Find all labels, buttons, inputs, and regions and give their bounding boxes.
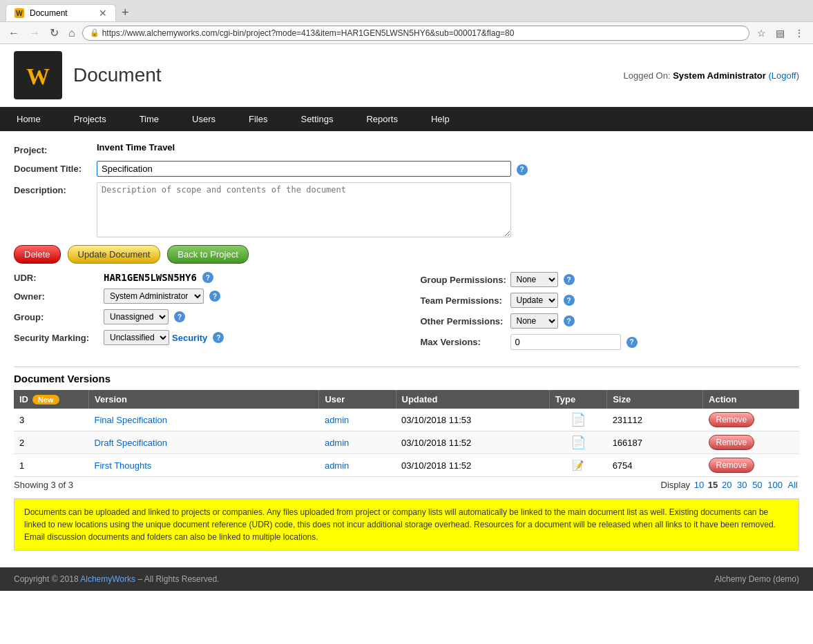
owner-help-icon[interactable]: ? xyxy=(209,291,220,302)
cell-id: 2 xyxy=(14,431,89,454)
cell-action: Remove xyxy=(703,454,799,477)
forward-button[interactable]: → xyxy=(26,26,43,41)
nav-reports[interactable]: Reports xyxy=(350,107,414,131)
version-link[interactable]: First Thoughts xyxy=(95,460,152,471)
max-versions-label: Max Versions: xyxy=(421,337,510,347)
user-link[interactable]: admin xyxy=(325,415,349,425)
tab-title: Document xyxy=(30,8,68,18)
display-10[interactable]: 10 xyxy=(694,480,704,490)
user-link[interactable]: admin xyxy=(325,438,349,448)
display-20[interactable]: 20 xyxy=(722,480,731,490)
lock-icon: 🔒 xyxy=(90,28,99,37)
cell-user: admin xyxy=(319,409,396,431)
max-versions-help-icon[interactable]: ? xyxy=(627,337,638,348)
cell-version: Final Specification xyxy=(89,409,319,431)
version-link[interactable]: Final Specification xyxy=(95,415,168,425)
logged-on-label: Logged On: xyxy=(624,70,671,81)
version-link[interactable]: Draft Specification xyxy=(95,438,168,448)
address-bar[interactable]: 🔒 https://www.alchemyworks.com/cgi-bin/p… xyxy=(82,26,749,41)
col-user: User xyxy=(319,390,396,409)
security-help-icon[interactable]: ? xyxy=(213,332,224,343)
nav-projects[interactable]: Projects xyxy=(57,107,123,131)
tab-favicon: W xyxy=(15,8,24,18)
logoff-link[interactable]: (Logoff) xyxy=(768,70,799,81)
other-permissions-row: Other Permissions: None Read Update Dele… xyxy=(421,313,800,329)
footer-left: Copyright © 2018 AlchemyWorks – All Righ… xyxy=(14,574,219,584)
nav-users[interactable]: Users xyxy=(175,107,232,131)
table-row: 1 First Thoughts admin 03/10/2018 11:52 … xyxy=(14,454,799,477)
action-buttons: Delete Update Document Back to Project xyxy=(14,245,799,264)
home-button[interactable]: ⌂ xyxy=(66,26,78,41)
nav-time[interactable]: Time xyxy=(123,107,175,131)
udr-help-icon[interactable]: ? xyxy=(202,272,213,283)
txt-icon: 📝 xyxy=(572,460,584,471)
cell-action: Remove xyxy=(703,431,799,454)
team-permissions-help-icon[interactable]: ? xyxy=(564,295,575,306)
document-title-row: Document Title: ? xyxy=(14,161,799,177)
team-permissions-row: Team Permissions: None Read Update Delet… xyxy=(421,293,800,308)
bookmark-icon[interactable]: ☆ xyxy=(754,26,769,40)
refresh-button[interactable]: ↻ xyxy=(47,25,61,41)
remove-button[interactable]: Remove xyxy=(709,412,755,427)
app-logo: W xyxy=(14,51,62,99)
document-title-label: Document Title: xyxy=(14,161,97,174)
nav-files[interactable]: Files xyxy=(232,107,284,131)
browser-menu-icon[interactable]: ⋮ xyxy=(791,26,807,40)
description-row: Description: xyxy=(14,182,799,240)
col-updated: Updated xyxy=(396,390,549,409)
main-content: Project: Invent Time Travel Document Tit… xyxy=(0,131,813,562)
table-row: 3 Final Specification admin 03/10/2018 1… xyxy=(14,409,799,431)
other-permissions-select[interactable]: None Read Update Delete xyxy=(510,313,558,329)
owner-select[interactable]: System Administrator xyxy=(104,289,204,304)
project-value: Invent Time Travel xyxy=(97,142,799,153)
display-30[interactable]: 30 xyxy=(737,480,747,490)
group-value-container: Unassigned ? xyxy=(104,309,185,324)
cell-updated: 03/10/2018 11:53 xyxy=(396,409,549,431)
display-100[interactable]: 100 xyxy=(767,480,783,490)
document-title-help-icon[interactable]: ? xyxy=(517,164,528,175)
update-button[interactable]: Update Document xyxy=(68,245,161,264)
rights: – All Rights Reserved. xyxy=(137,574,219,584)
nav-help[interactable]: Help xyxy=(414,107,466,131)
document-title-value-container: ? xyxy=(97,161,799,177)
showing-row: Showing 3 of 3 Display 10 15 20 30 50 10… xyxy=(14,477,799,493)
cell-user: admin xyxy=(319,454,396,477)
group-select[interactable]: Unassigned xyxy=(104,309,169,324)
other-permissions-label: Other Permissions: xyxy=(421,316,510,326)
delete-button[interactable]: Delete xyxy=(14,245,61,264)
document-title-input[interactable] xyxy=(97,161,511,177)
company-link[interactable]: AlchemyWorks xyxy=(80,574,135,584)
group-permissions-select[interactable]: None Read Update Delete xyxy=(510,272,558,287)
security-link[interactable]: Security xyxy=(172,333,207,343)
description-textarea[interactable] xyxy=(97,182,511,237)
cell-user: admin xyxy=(319,431,396,454)
team-permissions-value-container: None Read Update Delete ? xyxy=(510,293,575,308)
browser-toolbar: ← → ↻ ⌂ 🔒 https://www.alchemyworks.com/c… xyxy=(0,22,813,44)
col-version: Version xyxy=(89,390,319,409)
cell-type: 📄 xyxy=(549,431,606,454)
description-value-container xyxy=(97,182,799,240)
extensions-icon[interactable]: ▤ xyxy=(772,26,788,40)
display-all[interactable]: All xyxy=(788,480,798,490)
display-50[interactable]: 50 xyxy=(752,480,762,490)
user-link[interactable]: admin xyxy=(325,460,349,471)
group-permissions-help-icon[interactable]: ? xyxy=(564,274,575,285)
security-marking-select[interactable]: Unclassified xyxy=(104,330,169,345)
back-button[interactable]: ← xyxy=(6,26,22,41)
back-to-project-button[interactable]: Back to Project xyxy=(167,245,248,264)
tab-close-button[interactable]: ✕ xyxy=(99,8,107,19)
versions-table: ID New Version User Updated Type Size Ac… xyxy=(14,390,799,477)
cell-id: 1 xyxy=(14,454,89,477)
remove-button[interactable]: Remove xyxy=(709,435,755,450)
group-permissions-value-container: None Read Update Delete ? xyxy=(510,272,575,287)
nav-home[interactable]: Home xyxy=(0,107,57,131)
nav-settings[interactable]: Settings xyxy=(284,107,350,131)
remove-button[interactable]: Remove xyxy=(709,458,755,473)
group-help-icon[interactable]: ? xyxy=(174,311,185,322)
new-tab-button[interactable]: + xyxy=(116,4,135,21)
other-permissions-help-icon[interactable]: ? xyxy=(564,315,575,326)
owner-label: Owner: xyxy=(14,291,104,302)
showing-text: Showing 3 of 3 xyxy=(14,480,73,490)
team-permissions-select[interactable]: None Read Update Delete xyxy=(510,293,558,308)
max-versions-input[interactable] xyxy=(510,334,621,350)
